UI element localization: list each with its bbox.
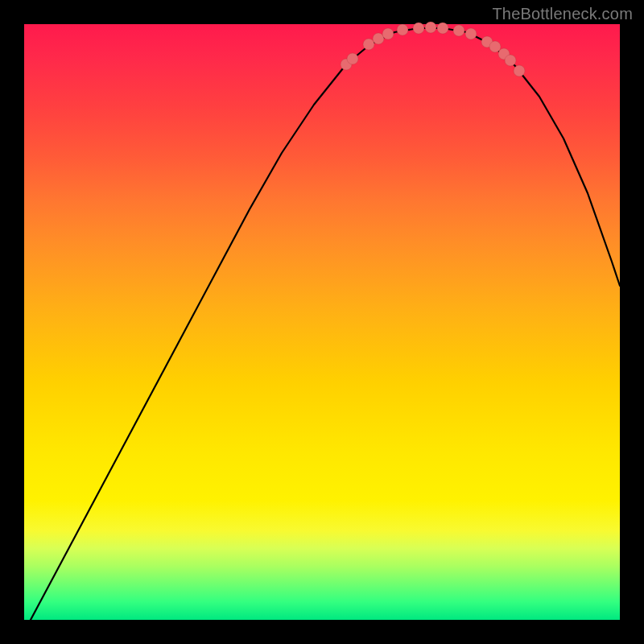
data-marker	[347, 53, 358, 64]
data-marker	[489, 41, 501, 52]
gradient-plot-area	[24, 24, 620, 620]
data-marker	[425, 22, 436, 33]
data-marker	[382, 28, 394, 39]
bottleneck-curve	[31, 28, 620, 620]
watermark-text: TheBottleneck.com	[492, 5, 633, 23]
data-marker	[505, 55, 516, 66]
data-marker	[397, 24, 408, 35]
data-marker	[514, 65, 525, 76]
optimal-range-markers	[341, 22, 525, 76]
plot-svg	[24, 24, 620, 620]
data-marker	[363, 39, 374, 50]
data-marker	[453, 25, 464, 36]
data-marker	[437, 23, 448, 34]
data-marker	[413, 23, 424, 34]
data-marker	[465, 28, 477, 39]
